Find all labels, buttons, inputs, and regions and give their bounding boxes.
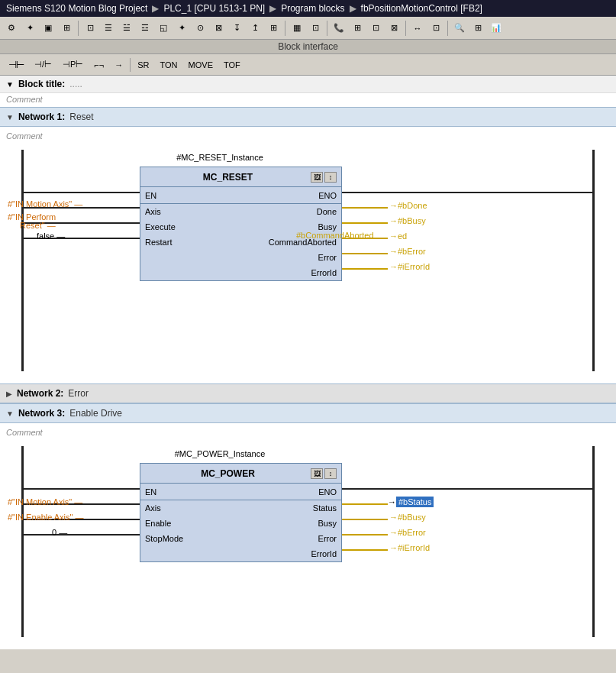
network-2-num: Network 2: (17, 388, 63, 399)
lad-sr[interactable]: SR (134, 57, 153, 73)
network-1-body: Comment #MC_RESET_Instance MC_RESET (0, 127, 616, 383)
block-interface-label: Block interface (278, 41, 338, 52)
toolbar-btn-6[interactable]: ☰ (100, 20, 117, 37)
toolbar-btn-7[interactable]: ☱ (118, 20, 135, 37)
toolbar-btn-21[interactable]: ⊠ (385, 20, 402, 37)
instance-label-3: #MC_POWER_Instance (144, 449, 296, 458)
network-3-comment: Comment (6, 426, 610, 440)
en-label-3: EN (145, 487, 156, 497)
toolbar-btn-20[interactable]: ⊡ (367, 20, 384, 37)
network-3-body: Comment #MC_POWER_Instance MC_POWER (0, 423, 616, 649)
error-var-label-1: →#bError (389, 247, 426, 256)
fb-icon-img-3[interactable]: 🖼 (311, 468, 323, 479)
toolbar-btn-11[interactable]: ⊙ (192, 20, 208, 37)
toolbar-btn-3[interactable]: ▣ (40, 20, 56, 37)
status-var-label-3: →#bStatus (388, 497, 434, 506)
right-power-rail-3 (592, 446, 595, 637)
fb-icon-info-1[interactable]: ↕ (324, 172, 337, 183)
lad-contact-nc[interactable]: ⊣/⊢ (31, 57, 56, 73)
network-2-arrow[interactable]: ▶ (6, 390, 12, 398)
toolbar-btn-17[interactable]: ⊡ (307, 20, 324, 37)
toolbar-btn-13[interactable]: ↧ (228, 20, 245, 37)
toolbar-btn-5[interactable]: ⊡ (82, 20, 98, 37)
restart-var-label-1: false — (37, 231, 65, 241)
execute-var-label-1b: Reset" — (20, 221, 56, 230)
lad-tof[interactable]: TOF (220, 57, 244, 73)
title-part-4: fbPositionMotionControl [FB2] (361, 3, 482, 14)
status-highlight: #bStatus (396, 497, 434, 507)
title-part-2: PLC_1 [CPU 1513-1 PN] (163, 3, 265, 14)
fb-icon-img-1[interactable]: 🖼 (311, 172, 323, 183)
fb-block-3: MC_POWER 🖼 ↕ EN ENO Axis Status (140, 463, 342, 562)
output-errorid-3: ErrorId (311, 549, 337, 558)
errorid-hline-3 (342, 549, 388, 551)
lad-coil[interactable]: ⌐¬ (90, 57, 108, 73)
instance-label-1: #MC_RESET_Instance (144, 153, 296, 162)
network-3-title: Enable Drive (69, 408, 122, 419)
block-title-comment: Comment (0, 93, 616, 107)
block-interface-header: Block interface (0, 40, 616, 54)
lad-contact-p[interactable]: ⊣P⊢ (59, 57, 87, 73)
status-hline-3 (342, 503, 388, 505)
toolbar-btn-9[interactable]: ◱ (155, 20, 172, 37)
stopmode-hline-3 (24, 534, 140, 535)
output-done-1: Done (317, 207, 337, 216)
output-busy-3: Busy (318, 519, 337, 528)
title-part-3: Program blocks (281, 3, 344, 14)
input-axis-3: Axis (145, 503, 161, 513)
block-title-arrow[interactable]: ▼ (6, 80, 14, 89)
network-3-header: ▼ Network 3: Enable Drive (0, 403, 616, 423)
toolbar-btn-26[interactable]: 📊 (488, 20, 505, 37)
block-title-row: ▼ Block title: ..... (0, 76, 616, 93)
toolbar-btn-8[interactable]: ☲ (137, 20, 153, 37)
toolbar-btn-12[interactable]: ⊠ (210, 20, 227, 37)
toolbar-btn-18[interactable]: 📞 (331, 20, 347, 37)
toolbar-btn-19[interactable]: ⊞ (349, 20, 366, 37)
toolbar-btn-16[interactable]: ▦ (289, 20, 305, 37)
network-3-arrow[interactable]: ▼ (6, 409, 14, 418)
toolbar-btn-22[interactable]: ↔ (409, 20, 426, 37)
enable-var-label-3: #"IN Enable Axis" — (8, 513, 84, 522)
lad-move[interactable]: MOVE (185, 57, 217, 73)
network-3-num: Network 3: (18, 408, 65, 419)
toolbar-btn-23[interactable]: ⊡ (427, 20, 444, 37)
network-2-title: Error (68, 388, 89, 399)
output-error-3: Error (318, 534, 337, 543)
fb-icon-info-3[interactable]: ↕ (324, 468, 337, 479)
lad-contact-no[interactable]: ⊣⊢ (5, 57, 27, 73)
toolbar-btn-25[interactable]: ⊞ (469, 20, 486, 37)
stopmode-var-label-3: 0 — (52, 528, 67, 537)
output-error-1: Error (318, 253, 337, 262)
done-hline-1 (342, 207, 388, 209)
block-title-label: Block title: (18, 79, 65, 89)
cmdabort-var-label-1b: →ed (389, 231, 407, 241)
toolbar-btn-10[interactable]: ✦ (173, 20, 190, 37)
fb-block-name-1: MC_RESET (145, 172, 311, 183)
toolbar-btn-24[interactable]: 🔍 (451, 20, 468, 37)
toolbar-btn-14[interactable]: ↥ (247, 20, 263, 37)
network-1-num: Network 1: (18, 112, 65, 122)
toolbar-btn-15[interactable]: ⊞ (265, 20, 282, 37)
en-label-1: EN (145, 191, 156, 200)
toolbar-btn-4[interactable]: ⊞ (58, 20, 75, 37)
fb-block-name-3: MC_POWER (145, 468, 311, 479)
network-1-arrow[interactable]: ▼ (6, 113, 14, 121)
lad-branch[interactable]: → (111, 57, 127, 73)
toolbar-btn-1[interactable]: ⚙ (3, 20, 20, 37)
errorid-hline-1 (342, 268, 388, 270)
cmdabort-var-label-1: #bCommandAborted (296, 231, 374, 240)
network-1-comment: Comment (6, 130, 610, 144)
fb-block-1: MC_RESET 🖼 ↕ EN ENO Axis (140, 167, 342, 281)
toolbar-btn-2[interactable]: ✦ (21, 20, 38, 37)
title-bar: Siemens S120 Motion Blog Project ▶ PLC_1… (0, 0, 616, 17)
lad-ton[interactable]: TON (156, 57, 182, 73)
error-hline-1 (342, 253, 388, 254)
busy-hline-3 (342, 519, 388, 520)
eno-label-3: ENO (318, 487, 337, 497)
output-status-3: Status (313, 503, 337, 513)
main-toolbar: ⚙ ✦ ▣ ⊞ ⊡ ☰ ☱ ☲ ◱ ✦ ⊙ ⊠ ↧ ↥ ⊞ ▦ ⊡ 📞 ⊞ ⊡ … (0, 17, 616, 40)
network-1-header: ▼ Network 1: Reset (0, 107, 616, 127)
busy-hline-1 (342, 222, 388, 224)
input-axis-1: Axis (145, 207, 161, 216)
eno-hline-3 (342, 488, 592, 490)
